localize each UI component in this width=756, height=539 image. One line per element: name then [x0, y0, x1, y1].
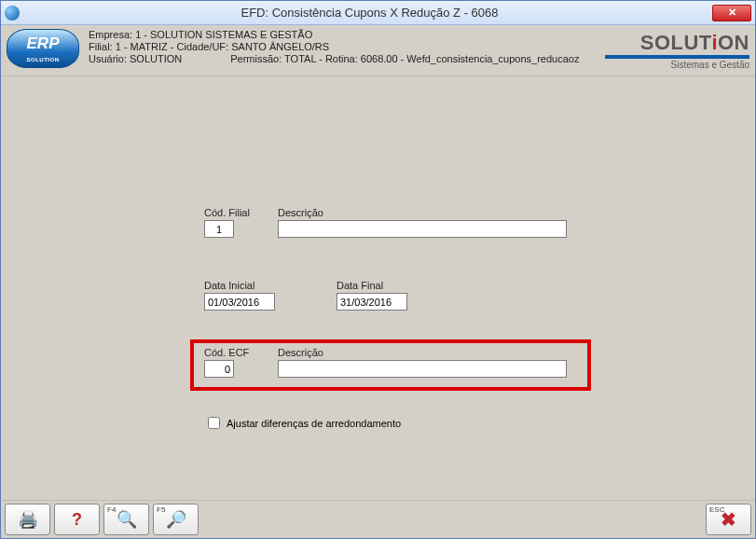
data-inicial-label: Data Inicial	[204, 280, 275, 291]
descricao-filial-label: Descrição	[278, 207, 567, 218]
help-icon: ?	[72, 510, 82, 530]
refresh-search-icon: 🔎	[166, 509, 186, 530]
printer-icon: 🖨️	[18, 509, 38, 530]
erp-logo: ERP SOLUTION	[7, 29, 79, 68]
window-title: EFD: Consistência Cupons X Redução Z - 6…	[27, 6, 712, 20]
print-button[interactable]: 🖨️	[5, 504, 50, 535]
bottom-toolbar: 🖨️ ? F4 🔍 F5 🔎 ESC ✖	[1, 500, 755, 538]
refresh-button[interactable]: F5 🔎	[153, 504, 199, 535]
f5-key-label: F5	[157, 505, 165, 514]
ajustar-checkbox[interactable]	[208, 417, 220, 429]
header-strip: ERP SOLUTION Empresa: 1 - SOLUTION SISTE…	[1, 25, 755, 76]
erp-logo-text: ERP	[27, 35, 60, 52]
data-inicial-input[interactable]	[204, 293, 275, 311]
f4-key-label: F4	[107, 505, 116, 514]
erp-logo-sub: SOLUTION	[7, 57, 78, 63]
empresa-label: Empresa: 1 - SOLUTION SISTEMAS E GESTÃO	[89, 29, 605, 41]
solution-logo: SOLUTiON Sistemas e Gestão	[605, 31, 749, 70]
data-final-input[interactable]	[337, 293, 407, 311]
cod-ecf-label: Cód. ECF	[204, 347, 249, 358]
exit-button[interactable]: ESC ✖	[706, 504, 751, 535]
magnifier-icon: 🔍	[117, 509, 137, 530]
window-frame: EFD: Consistência Cupons X Redução Z - 6…	[0, 0, 756, 539]
solution-logo-i: i	[711, 31, 718, 54]
help-button[interactable]: ?	[54, 504, 100, 535]
descricao-filial-input[interactable]	[278, 220, 567, 238]
solution-logo-on: ON	[718, 31, 749, 54]
filial-label: Filial: 1 - MATRIZ - Cidade/UF: SANTO ÂN…	[89, 41, 605, 53]
descricao-ecf-label: Descrição	[278, 347, 567, 358]
app-icon	[5, 6, 20, 21]
solution-logo-sub: Sistemas e Gestão	[605, 55, 749, 70]
cod-ecf-input[interactable]	[204, 360, 234, 378]
search-button[interactable]: F4 🔍	[103, 504, 149, 535]
esc-key-label: ESC	[709, 505, 724, 514]
permissao-label: Permissão: TOTAL - Rotina: 6068.00 - Wef…	[230, 53, 579, 64]
ajustar-label: Ajustar diferenças de arredondamento	[227, 418, 401, 429]
usuario-label: Usuário: SOLUTION	[89, 53, 182, 64]
descricao-ecf-input[interactable]	[278, 360, 567, 378]
cod-filial-input[interactable]	[204, 220, 234, 238]
close-button[interactable]: ✕	[712, 5, 751, 21]
data-final-label: Data Final	[337, 280, 407, 291]
titlebar: EFD: Consistência Cupons X Redução Z - 6…	[1, 1, 755, 25]
header-info: Empresa: 1 - SOLUTION SISTEMAS E GESTÃO …	[89, 29, 605, 65]
cod-filial-label: Cód. Filial	[204, 207, 250, 218]
content-area: Cód. Filial Descrição Data Inicial Data …	[1, 76, 755, 500]
solution-logo-main: SOLUT	[640, 31, 712, 54]
